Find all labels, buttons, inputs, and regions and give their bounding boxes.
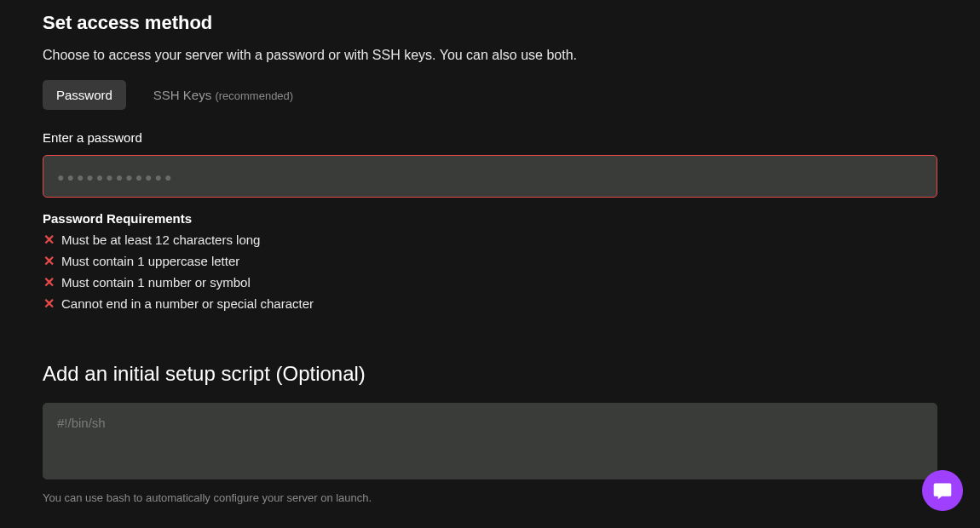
x-icon: ✕ bbox=[43, 276, 55, 290]
x-icon: ✕ bbox=[43, 233, 55, 247]
requirement-item: ✕ Must contain 1 uppercase letter bbox=[43, 254, 937, 268]
svg-rect-0 bbox=[935, 485, 949, 495]
tab-sshkeys[interactable]: SSH Keys (recommended) bbox=[140, 80, 307, 110]
requirement-text: Must be at least 12 characters long bbox=[61, 232, 260, 247]
requirement-text: Must contain 1 uppercase letter bbox=[61, 254, 239, 268]
tab-password[interactable]: Password bbox=[43, 80, 126, 110]
tab-sshkeys-recommended: (recommended) bbox=[215, 89, 293, 102]
chat-button[interactable] bbox=[922, 470, 963, 511]
access-method-description: Choose to access your server with a pass… bbox=[43, 48, 937, 63]
requirement-text: Cannot end in a number or special charac… bbox=[61, 296, 314, 311]
requirement-item: ✕ Must be at least 12 characters long bbox=[43, 232, 937, 247]
password-requirements-title: Password Requirements bbox=[43, 211, 937, 226]
requirement-item: ✕ Must contain 1 number or symbol bbox=[43, 275, 937, 290]
setup-script-description: You can use bash to automatically config… bbox=[43, 491, 937, 504]
x-icon: ✕ bbox=[43, 297, 55, 311]
setup-script-textarea[interactable] bbox=[43, 403, 937, 479]
access-method-title: Set access method bbox=[43, 12, 937, 34]
access-tabs: Password SSH Keys (recommended) bbox=[43, 80, 937, 110]
x-icon: ✕ bbox=[43, 255, 55, 268]
password-input[interactable] bbox=[43, 155, 937, 198]
tab-sshkeys-label: SSH Keys bbox=[153, 88, 211, 102]
requirement-text: Must contain 1 number or symbol bbox=[61, 275, 251, 290]
requirement-item: ✕ Cannot end in a number or special char… bbox=[43, 296, 937, 311]
password-label: Enter a password bbox=[43, 130, 937, 145]
setup-script-title: Add an initial setup script (Optional) bbox=[43, 362, 937, 386]
chat-icon bbox=[932, 480, 953, 501]
